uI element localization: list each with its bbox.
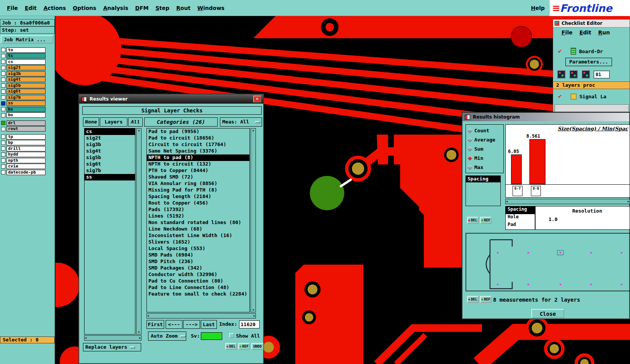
results-category-item[interactable]: NPTH to circuit (132)	[147, 161, 249, 167]
layer-context-checkbox[interactable]	[1, 72, 5, 76]
layer-context-checkbox[interactable]	[1, 135, 5, 139]
statistic-radio-option[interactable]: Max	[466, 162, 503, 172]
layer-row[interactable]: sig5b	[1, 83, 55, 89]
layer-name[interactable]: sig7b	[7, 95, 46, 100]
results-layer-item[interactable]: sig4t	[85, 148, 135, 154]
results-category-item[interactable]: Same Net Spacing (3376)	[147, 148, 249, 154]
checklist-item-row[interactable]: ✔ Board-Dr	[553, 47, 630, 55]
layer-list-vertical-scrollbar[interactable]: ▲▼	[136, 128, 142, 335]
category-list-vertical-scrollbar[interactable]: ▲▼	[251, 128, 256, 312]
parameters-button[interactable]: Parameters...	[565, 58, 612, 66]
layer-name[interactable]: sig6t	[7, 89, 46, 94]
results-category-item[interactable]: Missing Pad for PTH (8)	[147, 187, 249, 193]
ref-button[interactable]: REF	[480, 217, 492, 224]
menu-item[interactable]: Windows	[197, 5, 225, 11]
layer-row[interactable]: sig2t	[1, 65, 55, 71]
checklist-item-signal-label[interactable]: Signal La	[580, 94, 606, 99]
del-button[interactable]: DEL	[467, 296, 479, 303]
statistic-radio-option[interactable]: Sum	[466, 144, 503, 153]
menu-item-help[interactable]: Help	[531, 5, 545, 11]
results-category-item[interactable]: Pad to Cu Connection (80)	[147, 278, 249, 284]
layer-name[interactable]: sig5b	[7, 83, 46, 88]
menu-item[interactable]: Analysis	[103, 5, 129, 11]
layer-name[interactable]: cvia	[7, 164, 46, 169]
layer-row[interactable]: bp	[1, 140, 55, 146]
nav-last-button[interactable]: Last	[201, 320, 217, 329]
results-category-item[interactable]: Shaved SMD (72)	[147, 174, 249, 180]
results-layer-item[interactable]: cs	[85, 128, 135, 135]
analysis-tool-icon[interactable]	[581, 70, 590, 78]
results-layer-item[interactable]: sig2t	[85, 135, 135, 141]
results-layer-item[interactable]: sig5b	[85, 154, 135, 161]
layer-name[interactable]: rout	[7, 126, 46, 132]
del-button[interactable]: DEL	[467, 217, 479, 224]
layer-name[interactable]: datecode-pb	[7, 170, 46, 175]
layer-name[interactable]: npth	[7, 158, 46, 163]
filter-none-button[interactable]: None	[83, 117, 99, 127]
layer-name[interactable]: tp	[7, 134, 46, 140]
layer-context-checkbox[interactable]	[1, 127, 5, 131]
layer-name[interactable]: ss	[7, 101, 46, 106]
menu-item[interactable]: Edit	[25, 5, 37, 11]
ref-button[interactable]: REF	[480, 296, 492, 303]
layer-context-checkbox[interactable]	[1, 66, 5, 70]
checklist-menu-item[interactable]: File	[562, 29, 573, 36]
replace-layers-dropdown[interactable]: Replace layers	[83, 343, 141, 351]
layer-row[interactable]: ss	[1, 101, 55, 107]
results-category-item[interactable]: Slivers (1652)	[147, 239, 249, 245]
results-layer-item[interactable]: sig7b	[85, 167, 135, 174]
results-category-item[interactable]: Pad to circuit (18656)	[147, 135, 249, 141]
measure-type-item[interactable]: Spacing	[466, 176, 500, 182]
results-category-item[interactable]: Line Neckdown (68)	[147, 226, 249, 232]
nav-first-button[interactable]: First	[147, 320, 164, 329]
checklist-menu-item[interactable]: Edit	[580, 29, 591, 36]
layer-row[interactable]: bs	[1, 106, 55, 112]
results-category-item[interactable]: Circuit to circuit (17764)	[147, 141, 249, 148]
menu-item[interactable]: Options	[73, 5, 96, 11]
layer-row[interactable]: ts	[1, 53, 55, 59]
results-category-item[interactable]: Rout to Copper (456)	[147, 200, 249, 206]
results-category-item[interactable]: Non standard rotated lines (80)	[147, 219, 249, 226]
results-category-item[interactable]: Inconsistent Line Width (16)	[147, 232, 249, 239]
sv-color-swatch[interactable]	[201, 332, 222, 340]
layer-row[interactable]: tp	[1, 134, 55, 140]
layer-row[interactable]: hydd	[1, 152, 55, 158]
category-list-horizontal-scrollbar[interactable]: ◀▶	[147, 313, 256, 318]
layer-name[interactable]: bs	[7, 107, 46, 112]
results-category-item[interactable]: Conductor width (32996)	[147, 271, 249, 278]
menu-item[interactable]: File	[7, 5, 18, 11]
index-input[interactable]	[239, 320, 260, 328]
layer-row[interactable]: sig7b	[1, 94, 55, 101]
results-histogram-titlebar[interactable]: Results histogram	[462, 113, 629, 121]
layer-context-checkbox[interactable]	[1, 141, 5, 145]
layer-context-checkbox[interactable]	[1, 83, 5, 88]
layer-row[interactable]: drl	[1, 120, 55, 126]
layer-context-checkbox[interactable]	[1, 121, 5, 125]
statistic-radio-option[interactable]: Min	[466, 153, 503, 162]
results-category-item[interactable]: PTH to Copper (8444)	[147, 167, 249, 174]
results-layer-item[interactable]: ss	[85, 174, 135, 180]
results-category-item[interactable]: NPTH to pad (8)	[147, 154, 249, 161]
layer-context-checkbox[interactable]	[1, 101, 5, 106]
chart-horizontal-scrollbar[interactable]: ◀▶	[505, 199, 630, 204]
menu-item[interactable]: DFM	[135, 5, 148, 11]
layer-context-checkbox[interactable]	[1, 158, 5, 162]
layer-row[interactable]: rout	[1, 126, 55, 132]
layer-name[interactable]: sig2t	[7, 65, 46, 70]
results-category-item[interactable]: Pad to pad (9956)	[147, 128, 249, 135]
layer-context-checkbox[interactable]	[1, 113, 5, 117]
ref-button[interactable]: REF	[238, 343, 250, 350]
layer-row[interactable]: drill	[1, 146, 55, 152]
results-category-item[interactable]: Spacing length (2184)	[147, 193, 249, 200]
nav-prev-button[interactable]: <---	[166, 320, 182, 329]
filter-all-button[interactable]: All	[128, 117, 143, 127]
layer-context-checkbox[interactable]	[1, 164, 5, 169]
layer-context-checkbox[interactable]	[1, 153, 5, 157]
results-category-item[interactable]: SMD Pads (6984)	[147, 252, 249, 258]
menu-item[interactable]: Rout	[176, 5, 190, 11]
close-icon[interactable]: ✕	[253, 96, 261, 102]
layer-name[interactable]: to	[7, 47, 46, 53]
layer-name[interactable]: cs	[7, 59, 46, 65]
layer-name[interactable]: bo	[7, 112, 46, 118]
results-category-item[interactable]: SMD Packages (342)	[147, 265, 249, 271]
